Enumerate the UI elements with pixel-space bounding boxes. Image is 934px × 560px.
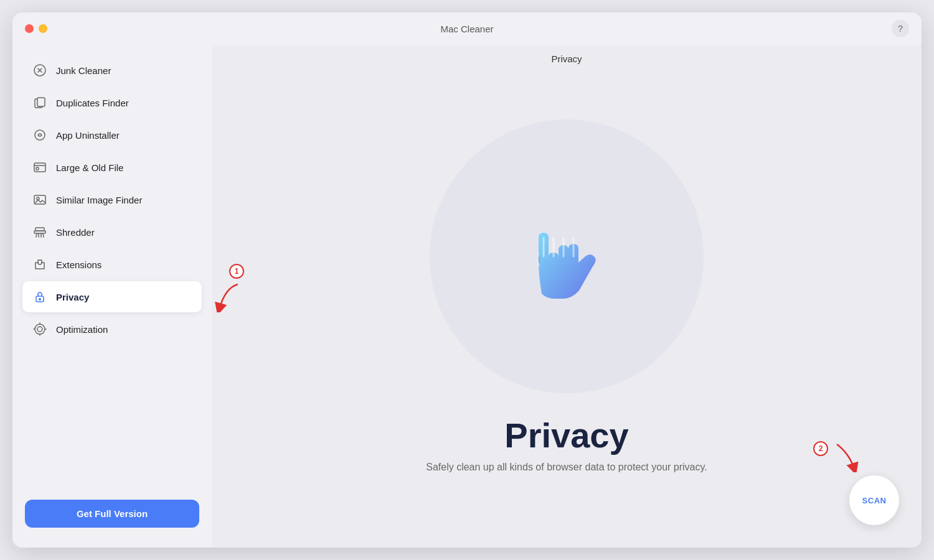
close-button[interactable] <box>25 24 34 33</box>
sidebar-item-optimization[interactable]: Optimization <box>22 314 202 345</box>
large-old-file-icon <box>32 160 47 175</box>
right-panel: Privacy <box>212 45 922 548</box>
privacy-subtitle: Safely clean up all kinds of browser dat… <box>426 462 707 473</box>
svg-point-5 <box>35 130 45 140</box>
scan-button[interactable]: SCAN <box>849 475 899 525</box>
traffic-lights <box>25 24 47 33</box>
sidebar-bottom: Get Full Version <box>12 490 212 538</box>
shredder-label: Shredder <box>56 227 95 238</box>
sidebar-item-junk-cleaner[interactable]: Junk Cleaner <box>22 55 202 86</box>
sidebar-item-shredder[interactable]: Shredder <box>22 217 202 248</box>
app-title: Mac Cleaner <box>440 24 493 34</box>
title-bar: Mac Cleaner ? <box>12 12 922 45</box>
svg-point-18 <box>39 299 40 300</box>
sidebar-item-extensions[interactable]: Extensions <box>22 249 202 280</box>
annotation-2-arrow <box>831 441 862 472</box>
help-button[interactable]: ? <box>892 20 909 37</box>
shredder-icon <box>32 225 47 240</box>
app-window: Mac Cleaner ? Junk Cleaner <box>12 12 922 548</box>
sidebar: Junk Cleaner Duplicates Finder <box>12 45 212 548</box>
svg-line-12 <box>36 233 37 237</box>
large-old-file-label: Large & Old File <box>56 162 123 173</box>
sidebar-nav: Junk Cleaner Duplicates Finder <box>12 55 212 490</box>
extensions-icon <box>32 257 47 272</box>
extensions-label: Extensions <box>56 259 101 270</box>
privacy-text-section: Privacy Safely clean up all kinds of bro… <box>426 418 707 473</box>
junk-cleaner-label: Junk Cleaner <box>56 65 111 76</box>
get-full-version-button[interactable]: Get Full Version <box>25 500 199 528</box>
scan-button-wrapper: 2 SCAN <box>849 475 899 525</box>
privacy-label: Privacy <box>56 292 89 302</box>
minimize-button[interactable] <box>39 24 47 33</box>
junk-cleaner-icon <box>32 63 47 78</box>
similar-image-finder-label: Similar Image Finder <box>56 195 142 205</box>
optimization-label: Optimization <box>56 324 108 335</box>
sidebar-item-large-old-file[interactable]: Large & Old File <box>22 152 202 183</box>
svg-rect-16 <box>35 228 44 231</box>
annotation-2-circle: 2 <box>813 441 828 456</box>
sidebar-item-app-uninstaller[interactable]: App Uninstaller <box>22 119 202 151</box>
app-uninstaller-label: App Uninstaller <box>56 130 120 141</box>
privacy-hand-icon <box>504 194 629 319</box>
sidebar-item-similar-image-finder[interactable]: Similar Image Finder <box>22 184 202 215</box>
duplicates-finder-label: Duplicates Finder <box>56 98 129 108</box>
sidebar-item-duplicates-finder[interactable]: Duplicates Finder <box>22 87 202 118</box>
privacy-icon <box>32 289 47 304</box>
duplicates-finder-icon <box>32 95 47 110</box>
app-uninstaller-icon <box>32 128 47 142</box>
svg-rect-4 <box>37 98 45 106</box>
svg-line-15 <box>43 233 44 237</box>
privacy-main-title: Privacy <box>426 418 707 453</box>
main-content: Junk Cleaner Duplicates Finder <box>12 45 922 548</box>
svg-point-19 <box>35 324 45 334</box>
panel-header: Privacy <box>551 54 582 64</box>
hero-circle <box>430 119 704 393</box>
sidebar-item-privacy[interactable]: Privacy 1 <box>22 281 202 312</box>
svg-rect-8 <box>36 167 39 170</box>
svg-point-20 <box>37 327 42 332</box>
similar-image-finder-icon <box>32 192 47 207</box>
optimization-icon <box>32 322 47 337</box>
